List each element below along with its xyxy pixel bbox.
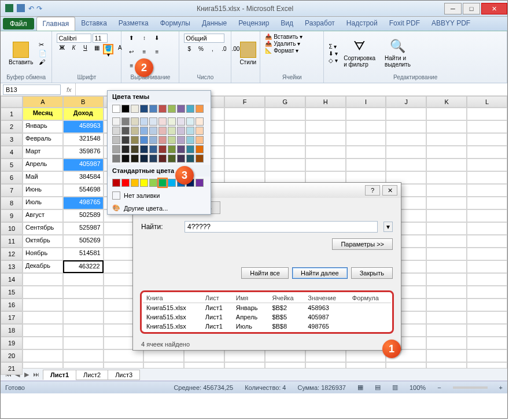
fill-icon[interactable]: ⬇ ▾ <box>329 50 338 57</box>
color-swatch[interactable] <box>149 117 157 126</box>
cell[interactable]: 554698 <box>63 184 104 197</box>
color-swatch[interactable] <box>149 179 157 187</box>
cell[interactable]: Апрель <box>23 159 63 171</box>
tab-layout[interactable]: Разметка <box>113 17 154 31</box>
row-header-17[interactable]: 17 <box>1 311 23 324</box>
cell[interactable] <box>426 299 467 311</box>
cell[interactable] <box>224 146 265 159</box>
cell[interactable]: Январь <box>23 120 63 133</box>
cell[interactable] <box>426 248 467 260</box>
cell[interactable] <box>426 171 467 184</box>
row-header-1[interactable]: 1 <box>1 108 23 120</box>
undo-icon[interactable]: ↶ <box>28 5 34 13</box>
cell[interactable] <box>305 108 346 120</box>
cell[interactable] <box>467 248 507 260</box>
color-swatch[interactable] <box>177 105 185 113</box>
zoom-level[interactable]: 100% <box>410 384 426 391</box>
close-button[interactable]: ✕ <box>481 3 507 14</box>
cell[interactable] <box>143 362 184 368</box>
col-formula[interactable]: Формула <box>349 293 391 303</box>
cell[interactable]: 463222 <box>63 260 104 273</box>
row-header-16[interactable]: 16 <box>1 299 23 311</box>
color-swatch[interactable] <box>196 105 204 113</box>
tab-addins[interactable]: Надстрой <box>341 17 383 31</box>
cell[interactable] <box>346 362 386 368</box>
cell[interactable]: 525987 <box>63 222 104 235</box>
autosum-icon[interactable]: Σ ▾ <box>329 43 338 50</box>
col-book[interactable]: Книга <box>143 293 202 303</box>
cell[interactable] <box>467 299 507 311</box>
cell[interactable] <box>265 108 305 120</box>
cell[interactable] <box>426 222 467 235</box>
sheet-next-icon[interactable]: ▶ <box>23 371 31 378</box>
cell[interactable] <box>224 108 265 120</box>
cell[interactable] <box>426 146 467 159</box>
cell[interactable] <box>346 120 386 133</box>
row-header-15[interactable]: 15 <box>1 286 23 299</box>
cell[interactable]: Май <box>23 171 63 184</box>
color-swatch[interactable] <box>121 105 130 113</box>
clear-icon[interactable]: ◇ ▾ <box>329 57 338 64</box>
color-swatch[interactable] <box>186 154 194 163</box>
color-swatch[interactable] <box>121 136 130 144</box>
cell[interactable] <box>467 324 507 337</box>
color-swatch[interactable] <box>158 179 167 187</box>
color-swatch[interactable] <box>158 154 167 163</box>
cell[interactable]: Октябрь <box>23 235 63 248</box>
find-close-button[interactable]: Закрыть <box>351 267 393 279</box>
cell[interactable] <box>467 184 507 197</box>
color-swatch[interactable] <box>177 136 185 144</box>
color-swatch[interactable] <box>158 145 167 153</box>
format-painter-icon[interactable]: 🖌 <box>39 58 47 65</box>
color-swatch[interactable] <box>177 154 185 163</box>
cell[interactable] <box>305 349 346 362</box>
tab-formulas[interactable]: Формулы <box>154 17 196 31</box>
sheet-tab-3[interactable]: Лист3 <box>108 370 140 380</box>
sort-filter-button[interactable]: ᗊ Сортировка и фильтр <box>340 38 379 69</box>
cell[interactable] <box>467 260 507 273</box>
row-header-11[interactable]: 11 <box>1 235 23 248</box>
cell[interactable] <box>426 197 467 209</box>
cell[interactable] <box>265 120 305 133</box>
tab-data[interactable]: Данные <box>196 17 233 31</box>
dialog-close-button[interactable]: ✕ <box>382 185 397 196</box>
find-result-row[interactable]: Книга515.xlsxЛист1Январь$B$2458963 <box>143 303 391 313</box>
font-name-select[interactable] <box>57 34 91 43</box>
wrap-text-icon[interactable]: ↩ <box>126 48 137 58</box>
color-swatch[interactable] <box>149 154 157 163</box>
zoom-out-icon[interactable]: − <box>437 384 441 391</box>
cell[interactable] <box>426 133 467 146</box>
cell[interactable] <box>467 197 507 209</box>
cell[interactable]: Август <box>23 209 63 222</box>
cell[interactable] <box>426 311 467 324</box>
color-swatch[interactable] <box>196 145 204 153</box>
cell[interactable] <box>426 337 467 349</box>
no-fill-item[interactable]: Нет заливки <box>108 189 211 202</box>
align-bottom-icon[interactable]: ⬇ <box>152 34 162 45</box>
cell[interactable] <box>23 349 63 362</box>
color-swatch[interactable] <box>112 154 120 163</box>
color-swatch[interactable] <box>121 117 130 126</box>
cell[interactable] <box>467 108 507 120</box>
color-swatch[interactable] <box>121 127 130 135</box>
sheet-tab-2[interactable]: Лист2 <box>76 370 108 380</box>
color-swatch[interactable] <box>149 105 157 113</box>
color-swatch[interactable] <box>112 117 120 126</box>
currency-icon[interactable]: $ <box>184 45 194 56</box>
find-select-button[interactable]: 🔍 Найти и выделить <box>381 38 414 69</box>
cell[interactable] <box>467 222 507 235</box>
delete-cells-button[interactable]: 📤 Удалить ▾ <box>265 40 300 47</box>
color-swatch[interactable] <box>168 136 176 144</box>
color-swatch[interactable] <box>168 127 176 135</box>
cell[interactable]: 321548 <box>63 133 104 146</box>
cell[interactable] <box>426 324 467 337</box>
cell[interactable]: Март <box>23 146 63 159</box>
cell[interactable] <box>63 311 104 324</box>
border-button[interactable]: ▦ <box>91 44 102 54</box>
maximize-button[interactable]: □ <box>463 3 480 14</box>
tab-file[interactable]: Файл <box>3 18 34 30</box>
color-swatch[interactable] <box>186 117 194 126</box>
color-swatch[interactable] <box>131 117 139 126</box>
cell[interactable] <box>426 260 467 273</box>
cell[interactable] <box>467 209 507 222</box>
